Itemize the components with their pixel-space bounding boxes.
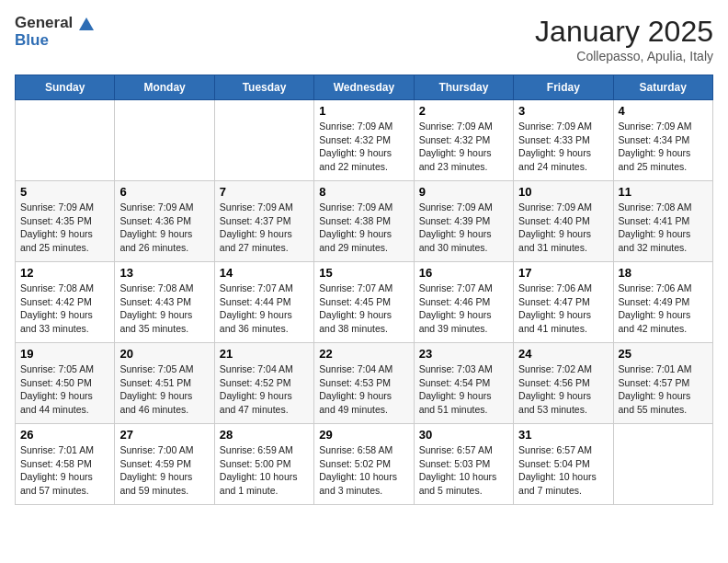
calendar-cell: 9 Sunrise: 7:09 AM Sunset: 4:39 PM Dayli…: [414, 181, 513, 262]
calendar-cell: 1 Sunrise: 7:09 AM Sunset: 4:32 PM Dayli…: [314, 100, 414, 181]
cell-info: Sunrise: 7:06 AM Sunset: 4:47 PM Dayligh…: [518, 282, 608, 336]
cell-info: Sunrise: 7:09 AM Sunset: 4:37 PM Dayligh…: [220, 201, 309, 255]
calendar-cell: 2 Sunrise: 7:09 AM Sunset: 4:32 PM Dayli…: [414, 100, 513, 181]
date-number: 4: [619, 104, 708, 118]
day-header-monday: Monday: [115, 75, 214, 100]
calendar-cell: 17 Sunrise: 7:06 AM Sunset: 4:47 PM Dayl…: [514, 262, 613, 343]
day-header-sunday: Sunday: [16, 75, 115, 100]
week-row-1: 1 Sunrise: 7:09 AM Sunset: 4:32 PM Dayli…: [16, 100, 713, 181]
cell-info: Sunrise: 7:08 AM Sunset: 4:41 PM Dayligh…: [619, 201, 708, 255]
calendar-cell: 20 Sunrise: 7:05 AM Sunset: 4:51 PM Dayl…: [115, 343, 214, 424]
date-number: 25: [619, 347, 708, 361]
date-number: 12: [20, 266, 109, 280]
date-number: 29: [319, 428, 408, 442]
calendar-cell: [214, 100, 313, 181]
cell-info: Sunrise: 7:09 AM Sunset: 4:40 PM Dayligh…: [518, 201, 608, 255]
calendar-table: SundayMondayTuesdayWednesdayThursdayFrid…: [15, 75, 713, 505]
calendar-cell: 29 Sunrise: 6:58 AM Sunset: 5:02 PM Dayl…: [314, 424, 414, 505]
cell-info: Sunrise: 7:05 AM Sunset: 4:51 PM Dayligh…: [119, 362, 209, 417]
cell-info: Sunrise: 7:09 AM Sunset: 4:36 PM Dayligh…: [119, 201, 209, 255]
title-block: January 2025 Collepasso, Apulia, Italy: [535, 15, 713, 63]
cell-info: Sunrise: 7:02 AM Sunset: 4:56 PM Dayligh…: [518, 362, 608, 417]
date-number: 22: [319, 347, 408, 361]
cell-info: Sunrise: 7:00 AM Sunset: 4:59 PM Dayligh…: [119, 443, 209, 498]
logo-general: General: [15, 14, 73, 31]
cell-info: Sunrise: 7:06 AM Sunset: 4:49 PM Dayligh…: [619, 282, 708, 336]
location: Collepasso, Apulia, Italy: [535, 49, 713, 63]
calendar-cell: 5 Sunrise: 7:09 AM Sunset: 4:35 PM Dayli…: [16, 181, 115, 262]
date-number: 30: [419, 428, 508, 442]
header-row: SundayMondayTuesdayWednesdayThursdayFrid…: [16, 75, 713, 100]
day-header-friday: Friday: [514, 75, 613, 100]
date-number: 9: [419, 185, 508, 199]
logo: General Blue: [15, 15, 94, 49]
cell-info: Sunrise: 7:08 AM Sunset: 4:42 PM Dayligh…: [20, 282, 109, 336]
calendar-cell: 3 Sunrise: 7:09 AM Sunset: 4:33 PM Dayli…: [514, 100, 613, 181]
calendar-cell: 13 Sunrise: 7:08 AM Sunset: 4:43 PM Dayl…: [115, 262, 214, 343]
calendar-cell: 28 Sunrise: 6:59 AM Sunset: 5:00 PM Dayl…: [214, 424, 313, 505]
calendar-cell: 18 Sunrise: 7:06 AM Sunset: 4:49 PM Dayl…: [613, 262, 712, 343]
date-number: 2: [419, 104, 508, 118]
cell-info: Sunrise: 7:08 AM Sunset: 4:43 PM Dayligh…: [119, 282, 209, 336]
date-number: 8: [319, 185, 408, 199]
cell-info: Sunrise: 7:09 AM Sunset: 4:32 PM Dayligh…: [319, 120, 408, 174]
calendar-cell: 21 Sunrise: 7:04 AM Sunset: 4:52 PM Dayl…: [214, 343, 313, 424]
calendar-cell: [115, 100, 214, 181]
cell-info: Sunrise: 7:07 AM Sunset: 4:44 PM Dayligh…: [220, 282, 309, 336]
date-number: 28: [220, 428, 309, 442]
calendar-cell: 30 Sunrise: 6:57 AM Sunset: 5:03 PM Dayl…: [414, 424, 513, 505]
calendar-cell: 6 Sunrise: 7:09 AM Sunset: 4:36 PM Dayli…: [115, 181, 214, 262]
date-number: 20: [119, 347, 209, 361]
date-number: 24: [518, 347, 608, 361]
date-number: 17: [518, 266, 608, 280]
calendar-cell: 26 Sunrise: 7:01 AM Sunset: 4:58 PM Dayl…: [16, 424, 115, 505]
date-number: 5: [20, 185, 109, 199]
date-number: 21: [220, 347, 309, 361]
calendar-cell: 7 Sunrise: 7:09 AM Sunset: 4:37 PM Dayli…: [214, 181, 313, 262]
cell-info: Sunrise: 6:59 AM Sunset: 5:00 PM Dayligh…: [220, 443, 309, 498]
calendar-cell: 4 Sunrise: 7:09 AM Sunset: 4:34 PM Dayli…: [613, 100, 712, 181]
logo-triangle-icon: [79, 17, 94, 30]
calendar-cell: 25 Sunrise: 7:01 AM Sunset: 4:57 PM Dayl…: [613, 343, 712, 424]
calendar-cell: 19 Sunrise: 7:05 AM Sunset: 4:50 PM Dayl…: [16, 343, 115, 424]
week-row-5: 26 Sunrise: 7:01 AM Sunset: 4:58 PM Dayl…: [16, 424, 713, 505]
cell-info: Sunrise: 7:09 AM Sunset: 4:34 PM Dayligh…: [619, 120, 708, 174]
calendar-cell: 8 Sunrise: 7:09 AM Sunset: 4:38 PM Dayli…: [314, 181, 414, 262]
cell-info: Sunrise: 6:58 AM Sunset: 5:02 PM Dayligh…: [319, 443, 408, 498]
cell-info: Sunrise: 7:07 AM Sunset: 4:45 PM Dayligh…: [319, 282, 408, 336]
cell-info: Sunrise: 7:07 AM Sunset: 4:46 PM Dayligh…: [419, 282, 508, 336]
calendar-cell: 11 Sunrise: 7:08 AM Sunset: 4:41 PM Dayl…: [613, 181, 712, 262]
date-number: 13: [119, 266, 209, 280]
logo-blue: Blue: [15, 31, 49, 49]
week-row-2: 5 Sunrise: 7:09 AM Sunset: 4:35 PM Dayli…: [16, 181, 713, 262]
date-number: 10: [518, 185, 608, 199]
date-number: 15: [319, 266, 408, 280]
cell-info: Sunrise: 7:09 AM Sunset: 4:32 PM Dayligh…: [419, 120, 508, 174]
calendar-cell: 14 Sunrise: 7:07 AM Sunset: 4:44 PM Dayl…: [214, 262, 313, 343]
date-number: 16: [419, 266, 508, 280]
calendar-cell: 27 Sunrise: 7:00 AM Sunset: 4:59 PM Dayl…: [115, 424, 214, 505]
logo-text: General Blue: [15, 15, 94, 49]
calendar-cell: [613, 424, 712, 505]
week-row-4: 19 Sunrise: 7:05 AM Sunset: 4:50 PM Dayl…: [16, 343, 713, 424]
cell-info: Sunrise: 7:09 AM Sunset: 4:38 PM Dayligh…: [319, 201, 408, 255]
day-header-tuesday: Tuesday: [214, 75, 313, 100]
date-number: 1: [319, 104, 408, 118]
calendar-cell: [16, 100, 115, 181]
page-header: General Blue January 2025 Collepasso, Ap…: [15, 15, 713, 63]
calendar-cell: 12 Sunrise: 7:08 AM Sunset: 4:42 PM Dayl…: [16, 262, 115, 343]
day-header-wednesday: Wednesday: [314, 75, 414, 100]
date-number: 11: [619, 185, 708, 199]
cell-info: Sunrise: 7:04 AM Sunset: 4:52 PM Dayligh…: [220, 362, 309, 417]
date-number: 3: [518, 104, 608, 118]
cell-info: Sunrise: 7:01 AM Sunset: 4:57 PM Dayligh…: [619, 362, 708, 417]
date-number: 14: [220, 266, 309, 280]
day-header-saturday: Saturday: [613, 75, 712, 100]
calendar-cell: 22 Sunrise: 7:04 AM Sunset: 4:53 PM Dayl…: [314, 343, 414, 424]
calendar-cell: 23 Sunrise: 7:03 AM Sunset: 4:54 PM Dayl…: [414, 343, 513, 424]
day-header-thursday: Thursday: [414, 75, 513, 100]
calendar-cell: 16 Sunrise: 7:07 AM Sunset: 4:46 PM Dayl…: [414, 262, 513, 343]
date-number: 6: [119, 185, 209, 199]
cell-info: Sunrise: 6:57 AM Sunset: 5:03 PM Dayligh…: [419, 443, 508, 498]
date-number: 31: [518, 428, 608, 442]
